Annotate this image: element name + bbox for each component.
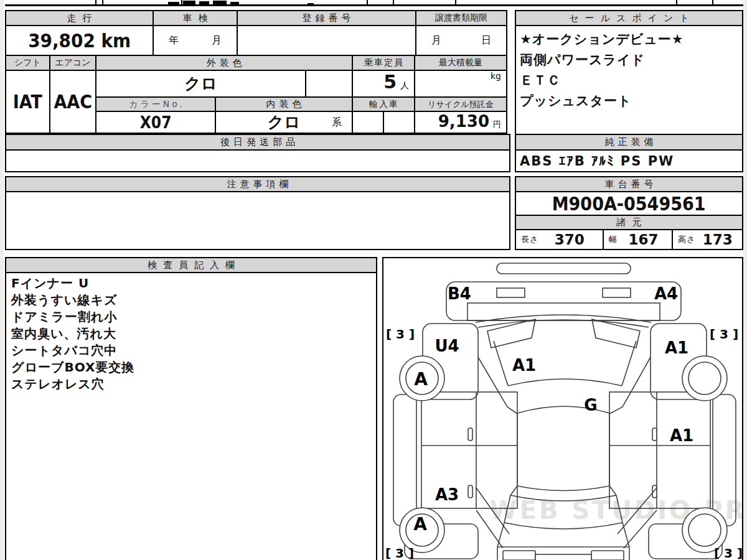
bumper-slot-left (497, 288, 525, 297)
damage-label-door-right: A1 (670, 426, 693, 445)
door-handle-left-rear (468, 485, 472, 498)
cutoff-text-fragment (168, 2, 179, 6)
top-cutoff-row (5, 0, 743, 6)
sales-point: 両側パワースライド (520, 50, 738, 70)
transfer-month-label: 月 (431, 34, 441, 47)
inspector-notes-header: 検査員記入欄 (5, 257, 377, 273)
rear-window-side-right (609, 486, 616, 495)
transfer-deadline-header: 譲渡書類期限 (415, 10, 507, 26)
sales-points-body: ★オークションデビュー★ 両側パワースライド ＥＴＣ プッシュスタート (515, 25, 743, 135)
shaken-month-label: 月 (212, 34, 222, 47)
inspector-note: ドアミラー割れ小 (11, 309, 371, 325)
registration-header: 登録番号 (237, 10, 416, 26)
inspector-notes-body: Fインナー U 外装うすい線キズ ドアミラー割れ小 室内臭い、汚れ大 シートタバ… (5, 272, 377, 560)
exterior-color-header: 外装色 (95, 55, 353, 71)
rear-center-band (535, 554, 591, 560)
recycle-deposit-header: リサイクル預託金 (414, 96, 507, 112)
caution-notes-header: 注意事項欄 (5, 176, 510, 192)
sill-left (393, 394, 416, 526)
exterior-color-extra-cell (305, 70, 353, 98)
cutoff-text-fragment (308, 3, 314, 6)
car-damage-diagram: WEB STUDIO.PRO (383, 258, 742, 560)
import-value-cell (383, 111, 415, 134)
tire-grade-front-right: [ 3 ] (710, 327, 738, 342)
damage-label-hood: A1 (512, 356, 536, 375)
tire-grade-rear-right: [ 3 ] (714, 546, 742, 560)
color-no-value: X07 (95, 111, 216, 134)
sales-point: ＥＴＣ (520, 70, 738, 91)
hood-side-right (622, 341, 636, 386)
tire-grade-front-left: [ 3 ] (386, 327, 415, 342)
recycle-deposit-value: 9,130 円 (414, 111, 507, 134)
damage-label-windshield: G (584, 396, 597, 414)
chassis-value: M900A-0549561 (515, 191, 743, 216)
import-value-cell (352, 111, 384, 134)
damage-label-bumper-right: A4 (654, 284, 678, 303)
divider (676, 0, 677, 6)
interior-color-value: クロ 系 (215, 111, 353, 134)
front-bumper-lower (467, 303, 660, 320)
headlight-right (592, 319, 640, 348)
damage-label-door-left-rear: A3 (435, 485, 459, 504)
aircon-value: AAC (49, 70, 96, 134)
registration-value (237, 25, 416, 56)
inspector-note: ステレオレス穴 (11, 376, 371, 393)
cutoff-text-fragment (183, 1, 195, 6)
shift-value: IAT (5, 70, 50, 134)
later-parts-header: 後日発送部品 (5, 134, 510, 151)
cutoff-text-fragment (199, 1, 209, 6)
tail-light-left (503, 551, 535, 560)
damage-diagram-box: WEB STUDIO.PRO (382, 257, 743, 560)
hood-bottom (508, 379, 622, 386)
capacity-value: 5 人 (352, 70, 415, 98)
divider (102, 0, 103, 6)
a-pillar-right (609, 357, 651, 414)
import-header: 輸入車 (352, 96, 415, 112)
doors-right (609, 392, 710, 508)
spec-width: 幅 167 (603, 229, 673, 250)
page-edge-right (743, 0, 747, 560)
inspector-note: 室内臭い、汚れ大 (11, 325, 371, 342)
hood-side-left (494, 341, 508, 386)
rear-window-side-left (510, 486, 517, 495)
damage-label-wheel-front-left: A (414, 369, 428, 390)
max-load-value: kg (414, 70, 507, 98)
divider (455, 0, 456, 6)
roof-strip (497, 263, 631, 274)
divider (181, 0, 182, 6)
later-parts-body (5, 149, 510, 172)
interior-color-suffix: 系 (332, 116, 342, 129)
damage-label-fender-right: A1 (665, 338, 688, 357)
equipment-header: 純正装備 (515, 134, 743, 151)
roof-rear-line (517, 486, 609, 491)
specs-header: 諸元 (515, 215, 743, 230)
transfer-day-label: 日 (481, 34, 491, 47)
damage-label-bumper-left: B4 (448, 284, 471, 303)
spec-height: 高さ 173 (672, 229, 743, 250)
shift-header: シフト (5, 55, 50, 71)
door-handle-left-front (468, 428, 472, 441)
exterior-color-value: クロ (95, 70, 306, 98)
spec-length: 長さ 370 (515, 229, 604, 250)
aircon-header: エアコン (49, 55, 96, 71)
door-handle-right-front (652, 428, 657, 441)
capacity-header: 乗車定員 (352, 55, 415, 71)
damage-label-fender-left: U4 (435, 337, 459, 355)
shaken-year-label: 年 (169, 34, 179, 47)
chassis-header: 車台番号 (515, 176, 743, 192)
equipment-value: ABS ｴｱB ｱﾙﾐ PS PW (515, 149, 743, 172)
caution-notes-body (5, 191, 510, 250)
divider (712, 0, 713, 6)
damage-label-wheel-rear-left: A (413, 514, 427, 534)
tire-grade-rear-left: [ 3 ] (385, 546, 414, 560)
divider (393, 0, 394, 6)
mileage-header: 走行 (5, 10, 154, 26)
shaken-value: 年 月 (153, 25, 238, 56)
divider (95, 0, 96, 6)
interior-color-header: 内装色 (215, 96, 353, 112)
max-load-header: 最大積載量 (414, 55, 507, 71)
bumper-slot-right (603, 288, 631, 297)
inspector-note: 外装うすい線キズ (11, 292, 371, 309)
mileage-value: 39,802 km (5, 25, 154, 56)
auction-sheet: 走行 車検 登録番号 譲渡書類期限 39,802 km 年 月 月 日 シフト … (0, 0, 747, 560)
